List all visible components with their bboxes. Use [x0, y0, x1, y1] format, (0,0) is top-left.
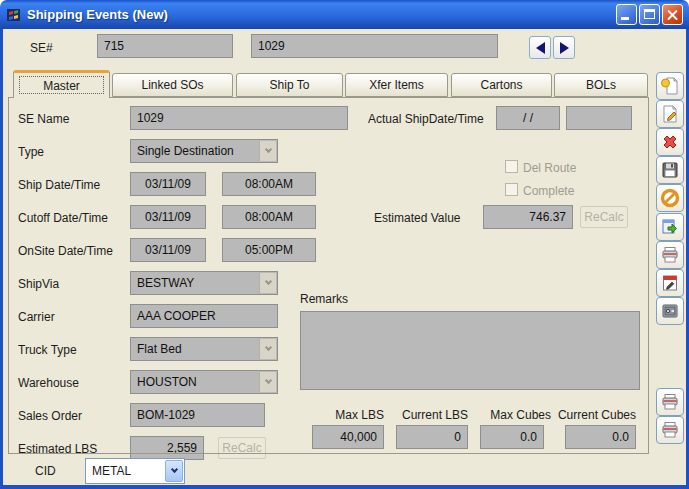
print-button[interactable] — [656, 241, 684, 269]
notes-icon — [660, 273, 680, 293]
print-icon — [660, 420, 680, 440]
next-record-button[interactable] — [553, 36, 575, 59]
save-icon — [660, 160, 680, 180]
edit-button[interactable] — [656, 100, 684, 128]
cancel-button[interactable] — [656, 184, 684, 212]
save-button[interactable] — [656, 156, 684, 184]
delete-button[interactable] — [656, 128, 684, 156]
window-border-left — [0, 29, 3, 489]
title-bar[interactable]: Shipping Events (New) — [0, 0, 689, 29]
window-border-bottom — [0, 485, 689, 489]
se-number-label: SE# — [30, 41, 53, 55]
print-icon — [660, 392, 680, 412]
tab-xfer-items[interactable]: Xfer Items — [345, 73, 448, 97]
print-button-3[interactable] — [656, 416, 684, 444]
tab-master[interactable]: Master — [13, 70, 110, 98]
shipping-events-window: Shipping Events (New) SE# 715 1029 Maste… — [0, 0, 689, 489]
previous-record-button[interactable] — [529, 36, 551, 59]
tab-panel — [8, 97, 649, 454]
vault-button[interactable] — [656, 297, 684, 325]
app-icon — [6, 7, 22, 23]
arrow-left-icon — [536, 42, 545, 54]
tab-ship-to[interactable]: Ship To — [236, 73, 343, 97]
new-record-button[interactable] — [656, 72, 684, 100]
arrow-right-icon — [560, 42, 569, 54]
cid-dropdown[interactable]: METAL — [85, 458, 185, 484]
maximize-button[interactable] — [639, 4, 660, 25]
notes-button[interactable] — [656, 269, 684, 297]
print-icon — [660, 245, 680, 265]
import-icon — [660, 217, 680, 237]
cancel-icon — [660, 188, 680, 208]
tab-cartons[interactable]: Cartons — [451, 73, 552, 97]
print-button-2[interactable] — [656, 388, 684, 416]
tab-linked-sos[interactable]: Linked SOs — [112, 73, 233, 97]
cid-label: CID — [35, 464, 56, 478]
chevron-down-icon — [165, 460, 183, 482]
edit-icon — [660, 104, 680, 124]
se-name-header-field[interactable]: 1029 — [251, 34, 498, 58]
import-button[interactable] — [656, 213, 684, 241]
minimize-button[interactable] — [616, 4, 637, 25]
se-number-field[interactable]: 715 — [97, 34, 233, 58]
window-title: Shipping Events (New) — [27, 7, 168, 22]
vault-icon — [660, 301, 680, 321]
new-note-icon — [660, 76, 680, 96]
tab-bols[interactable]: BOLs — [554, 73, 648, 97]
close-button[interactable] — [662, 4, 683, 25]
delete-icon — [660, 132, 680, 152]
